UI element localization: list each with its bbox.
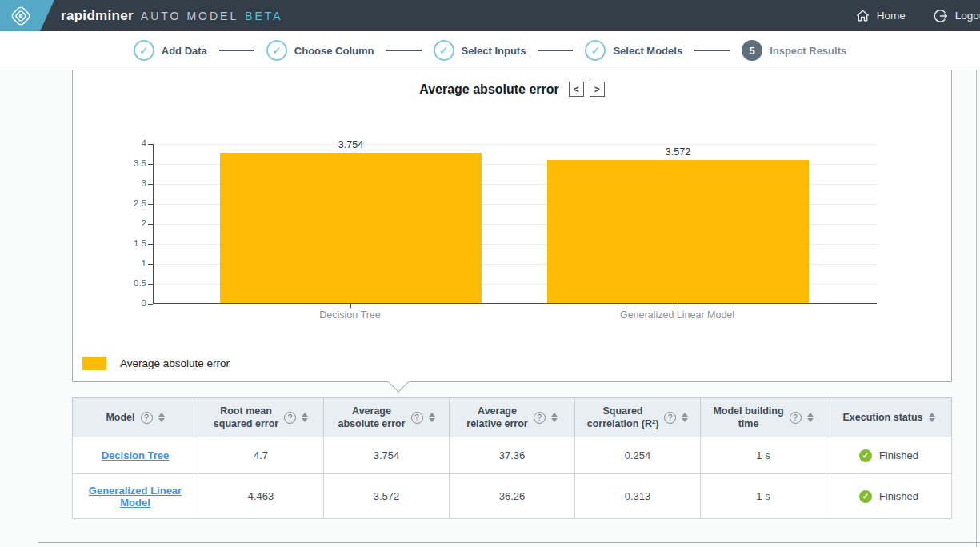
step-check-icon: ✓ [134,40,154,61]
x-axis-tick [350,304,351,308]
topbar-actions: Home Logout [855,0,980,31]
stepper-step-choose-column[interactable]: ✓Choose Column [266,40,374,61]
stepper-step-add-data[interactable]: ✓Add Data [134,40,207,61]
x-axis-category-label: Generalized Linear Model [620,309,734,321]
column-header-root-mean-squared-error[interactable]: Root meansquared error? [198,398,324,437]
y-axis-tick [148,184,153,185]
sort-icon[interactable] [929,413,935,423]
column-header-label: Root meansquared error [214,405,278,431]
home-label: Home [877,10,906,22]
column-header-label: Model [106,411,134,424]
table-row-decision-tree: Decision Tree4.73.75437.360.2541 s✓Finis… [73,437,952,474]
bar-chart-plot: 3.7543.572 [153,144,877,304]
column-header-squared-correlation-r[interactable]: Squaredcorrelation (R²)? [575,398,701,437]
sort-icon[interactable] [158,413,165,423]
step-number-badge: 5 [742,40,762,61]
bar-decision-tree[interactable] [220,153,482,303]
legend-swatch [82,357,106,370]
footer-divider [38,542,980,543]
y-axis-tick-label: 3 [105,178,146,188]
brand-product: AUTO MODEL [141,10,238,22]
metric-cell: 4.7 [198,437,324,474]
legend-label: Average absolute error [120,357,230,369]
y-axis-tick [148,224,153,225]
model-results-table: Model?Root meansquared error?Averageabso… [72,397,952,519]
column-header-model[interactable]: Model? [73,398,198,437]
column-header-model-building-time[interactable]: Model buildingtime? [701,398,826,437]
column-header-execution-status[interactable]: Execution status [826,398,952,437]
table-header: Model?Root meansquared error?Averageabso… [73,398,952,437]
stepper-connector [538,50,573,51]
sort-icon[interactable] [302,413,308,423]
sort-icon[interactable] [807,413,814,423]
y-axis-tick [148,264,153,265]
sort-icon[interactable] [682,413,688,423]
column-header-average-absolute-error[interactable]: Averageabsolute error? [324,398,450,437]
status-label: Finished [879,490,918,502]
help-icon[interactable]: ? [411,412,423,424]
logout-button[interactable]: Logout [933,8,980,24]
rapidminer-logo[interactable] [0,0,54,31]
y-axis-tick-label: 0 [105,298,146,308]
step-check-icon: ✓ [434,40,454,61]
rapidminer-logo-icon [10,6,31,26]
y-axis-tick [148,284,153,285]
y-axis-tick [148,304,153,305]
finished-check-icon: ✓ [859,490,872,503]
bar-value-label: 3.572 [666,146,690,158]
stepper-connector [219,50,254,51]
y-axis-tick [148,164,153,165]
table-row-generalized-linear-model: Generalized Linear Model4.4633.57236.260… [73,474,952,519]
table-body: Decision Tree4.73.75437.360.2541 s✓Finis… [73,437,952,519]
sort-icon[interactable] [551,413,558,423]
metric-cell: 1 s [701,474,826,519]
y-axis-tick-label: 3.5 [105,158,146,168]
metric-cell: 3.572 [324,474,450,519]
home-button[interactable]: Home [855,8,906,23]
column-header-label: Model buildingtime [713,405,783,431]
step-label: Choose Column [294,45,374,57]
stepper-step-inspect-results[interactable]: 5Inspect Results [742,40,846,61]
chart-panel: Average absolute error < > 3.7543.572 00… [72,70,952,382]
help-icon[interactable]: ? [534,412,546,424]
y-axis-tick [148,144,153,145]
help-icon[interactable]: ? [664,412,676,424]
column-header-average-relative-error[interactable]: Averagerelative error? [450,398,575,437]
step-check-icon: ✓ [266,40,287,61]
model-link-decision-tree[interactable]: Decision Tree [102,449,170,461]
stepper-connector [694,50,730,51]
step-check-icon: ✓ [585,40,606,61]
help-icon[interactable]: ? [790,412,802,424]
model-link-generalized-linear-model[interactable]: Generalized Linear Model [89,485,182,509]
chart-legend: Average absolute error [82,357,230,370]
status-label: Finished [879,449,918,461]
bar-generalized-linear-model[interactable] [547,160,809,303]
y-axis-tick-label: 4 [105,138,146,148]
y-axis-tick-label: 1 [105,258,146,268]
gridline [154,144,877,145]
step-label: Add Data [162,45,207,57]
scroll-edge-divider [976,70,977,547]
help-icon[interactable]: ? [141,412,153,424]
step-label: Select Models [613,45,682,57]
x-axis-category-label: Decision Tree [319,309,380,321]
chart-next-button[interactable]: > [590,82,605,97]
y-axis-tick-label: 1.5 [105,238,146,248]
y-axis-tick-label: 0.5 [105,278,146,288]
y-axis-tick-label: 2 [105,218,146,228]
brand-beta-badge: BETA [245,10,283,22]
home-icon [855,8,870,23]
model-cell: Decision Tree [73,437,198,474]
stepper-connector [386,50,422,51]
logout-label: Logout [955,10,980,22]
sort-icon[interactable] [429,413,435,423]
y-axis-tick [148,244,153,245]
stepper-step-select-inputs[interactable]: ✓Select Inputs [434,40,526,61]
help-icon[interactable]: ? [284,412,296,424]
stepper-step-select-models[interactable]: ✓Select Models [585,40,682,61]
logout-icon [933,8,949,24]
chart-prev-button[interactable]: < [569,82,584,97]
step-label: Select Inputs [462,45,526,57]
column-header-label: Averageabsolute error [338,405,405,431]
metric-cell: 0.254 [575,437,701,474]
